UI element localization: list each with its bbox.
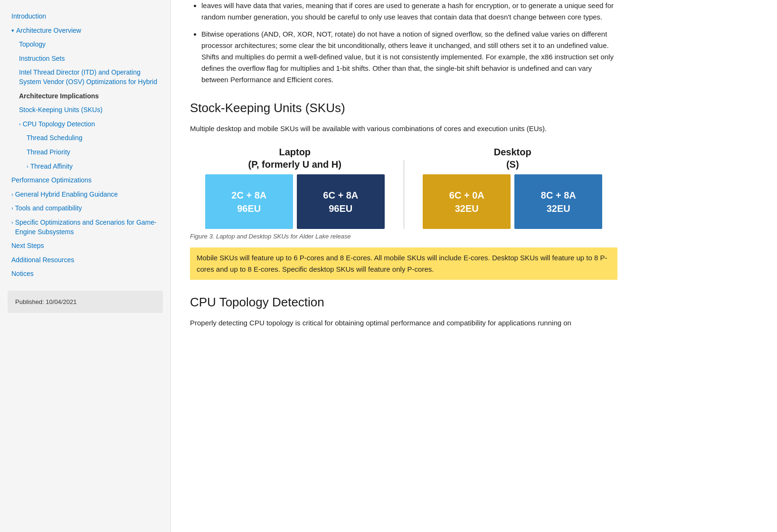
- sidebar-item-label: Additional Resources: [11, 256, 74, 265]
- highlight-box: Mobile SKUs will feature up to 6 P-cores…: [190, 247, 617, 280]
- sku-group-desktop: Desktop (S) 6C + 0A32EU 8C + 8A32EU: [408, 146, 618, 229]
- sidebar-item-stock-keeping-units[interactable]: Stock-Keeping Units (SKUs): [8, 103, 163, 117]
- sidebar-item-label: Performance Optimizations: [11, 176, 92, 185]
- bullet-item-1: leaves will have data that varies, meani…: [201, 0, 617, 23]
- figure-caption: Figure 3. Laptop and Desktop SKUs for Al…: [190, 233, 617, 240]
- main-content: leaves will have data that varies, meani…: [171, 0, 777, 532]
- sidebar-item-label: Tools and compatibility: [15, 204, 82, 213]
- laptop-title: Laptop (P, formerly U and H): [248, 146, 341, 171]
- sidebar-item-next-steps[interactable]: Next Steps: [8, 239, 163, 253]
- chevron-icon: ›: [11, 219, 13, 226]
- sidebar-item-label: Instruction Sets: [19, 54, 65, 64]
- sidebar: Introduction▾Architecture OverviewTopolo…: [0, 0, 171, 532]
- sku-card-6c0a: 6C + 0A32EU: [423, 174, 511, 229]
- sidebar-item-thread-scheduling[interactable]: Thread Scheduling: [8, 131, 163, 145]
- chevron-icon: ›: [11, 205, 13, 212]
- sidebar-item-label: Next Steps: [11, 241, 44, 251]
- sidebar-item-label: Thread Priority: [27, 148, 70, 157]
- sidebar-item-label: Architecture Implications: [19, 92, 99, 101]
- laptop-cards: 2C + 8A96EU 6C + 8A96EU: [205, 174, 385, 229]
- sidebar-item-label: Introduction: [11, 12, 46, 21]
- cpu-topology-heading: CPU Topology Detection: [190, 295, 617, 310]
- sidebar-item-tools-compatibility[interactable]: ›Tools and compatibility: [8, 201, 163, 216]
- sidebar-item-label: Intel Thread Director (ITD) and Operatin…: [19, 68, 159, 86]
- sidebar-item-performance-optimizations[interactable]: Performance Optimizations: [8, 173, 163, 188]
- desktop-cards: 6C + 0A32EU 8C + 8A32EU: [423, 174, 602, 229]
- published-box: Published: 10/04/2021: [8, 291, 163, 313]
- bullet-item-2: Bitwise operations (AND, OR, XOR, NOT, r…: [201, 28, 617, 86]
- published-label: Published: 10/04/2021: [15, 298, 76, 305]
- sidebar-item-thread-priority[interactable]: Thread Priority: [8, 145, 163, 160]
- cpu-topology-body: Properly detecting CPU topology is criti…: [190, 317, 617, 329]
- sidebar-item-specific-optimizations[interactable]: ›Specific Optimizations and Scenarios fo…: [8, 216, 163, 239]
- sku-divider: [404, 160, 404, 229]
- chevron-icon: ›: [19, 121, 21, 128]
- sku-diagram: Laptop (P, formerly U and H) 2C + 8A96EU…: [190, 146, 617, 229]
- sidebar-item-instruction-sets[interactable]: Instruction Sets: [8, 52, 163, 66]
- intro-bullets: leaves will have data that varies, meani…: [201, 0, 617, 86]
- sidebar-item-additional-resources[interactable]: Additional Resources: [8, 253, 163, 267]
- sidebar-item-label: General Hybrid Enabling Guidance: [15, 190, 118, 200]
- sidebar-item-label: Notices: [11, 269, 34, 279]
- sidebar-item-introduction[interactable]: Introduction: [8, 10, 163, 24]
- chevron-icon: ›: [27, 163, 28, 170]
- sidebar-item-label: Thread Affinity: [30, 162, 73, 171]
- sidebar-item-general-hybrid-enabling[interactable]: ›General Hybrid Enabling Guidance: [8, 188, 163, 202]
- desktop-title: Desktop (S): [494, 146, 531, 171]
- nav-menu: Introduction▾Architecture OverviewTopolo…: [0, 10, 171, 281]
- chevron-icon: ▾: [11, 27, 14, 34]
- sidebar-item-architecture-implications: Architecture Implications: [8, 89, 163, 104]
- sku-heading: Stock-Keeping Units (SKUs): [190, 101, 617, 115]
- sku-card-6c8a: 6C + 8A96EU: [297, 174, 385, 229]
- sidebar-item-label: CPU Topology Detection: [23, 120, 95, 129]
- sidebar-item-cpu-topology-detection[interactable]: ›CPU Topology Detection: [8, 117, 163, 132]
- chevron-icon: ›: [11, 191, 13, 198]
- sidebar-item-label: Topology: [19, 40, 46, 49]
- sidebar-item-notices[interactable]: Notices: [8, 267, 163, 281]
- sku-group-laptop: Laptop (P, formerly U and H) 2C + 8A96EU…: [190, 146, 400, 229]
- sidebar-item-label: Architecture Overview: [16, 26, 81, 36]
- sidebar-item-label: Stock-Keeping Units (SKUs): [19, 105, 103, 115]
- content-body: leaves will have data that varies, meani…: [190, 0, 617, 329]
- sku-card-2c8a: 2C + 8A96EU: [205, 174, 293, 229]
- sidebar-item-intel-thread-director[interactable]: Intel Thread Director (ITD) and Operatin…: [8, 66, 163, 89]
- sku-card-8c8a: 8C + 8A32EU: [514, 174, 602, 229]
- sidebar-item-label: Thread Scheduling: [27, 133, 83, 143]
- sku-body: Multiple desktop and mobile SKUs will be…: [190, 123, 617, 134]
- sidebar-item-architecture-overview[interactable]: ▾Architecture Overview: [8, 24, 163, 38]
- sidebar-item-topology[interactable]: Topology: [8, 38, 163, 52]
- sidebar-item-label: Specific Optimizations and Scenarios for…: [15, 218, 159, 237]
- sidebar-item-thread-affinity[interactable]: ›Thread Affinity: [8, 160, 163, 174]
